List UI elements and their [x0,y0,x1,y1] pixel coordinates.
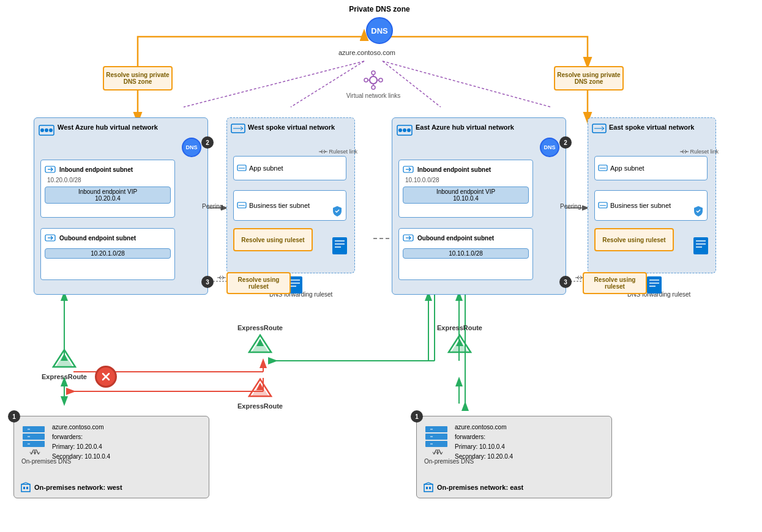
svg-rect-124 [429,487,431,489]
east-hub-inbound-icon [403,164,414,175]
east-spoke-app-subnet: App subnet [594,156,708,180]
east-onprem-forwarder-domain: azure.contoso.com [455,423,513,432]
west-resolve-ruleset-box2: Resolve using ruleset [226,272,291,294]
west-spoke-ruleset-link-label: Ruleset link [319,149,357,155]
east-hub-badge-2: 2 [559,136,572,149]
svg-point-64 [407,128,411,132]
svg-rect-109 [23,487,25,489]
west-resolve-private-dns-box: Resolve using private DNS zone [103,66,173,91]
west-hub-dns-badge: DNS [182,138,201,157]
west-spoke-dns-ruleset-icon [331,236,348,256]
west-hub-badge-2: 2 [201,136,214,149]
east-hub-title: East Azure hub virtual network [416,123,514,131]
vnet-links-label: Virtual network links [340,92,407,99]
svg-point-27 [372,71,375,75]
private-dns-zone-section: Private DNS zone DNS [318,5,441,13]
west-server-stack-icon [21,425,46,456]
east-spoke-app-icon [598,163,608,173]
west-onprem-forwarder-text: forwarders: [52,432,110,442]
west-peering-label: Peering [202,203,223,210]
east-hub-inbound-cidr: 10.10.0.0/28 [405,177,529,183]
east-hub-outbound-subnet: Oubound endpoint subnet 10.10.1.0/28 [398,228,533,280]
svg-point-62 [398,128,402,132]
svg-line-0 [184,61,364,107]
east-spoke-business-subnet: Business tier subnet [594,190,708,221]
east-spoke-ruleset-icon-sm [680,149,689,155]
west-expressroute-section: ExpressRoute [42,349,87,380]
middle-expressroute-top-label: ExpressRoute [237,324,283,331]
dns-icon: DNS [366,17,393,44]
west-spoke-app-label: App subnet [249,164,283,172]
east-onprem-network-label: On-premises network: east [437,484,523,491]
east-hub-network-icon [396,122,413,139]
west-hub-network-icon [38,122,55,139]
east-hub-outbound-label: Oubound endpoint subnet [417,235,494,242]
east-spoke-business-label: Business tier subnet [610,202,671,209]
east-resolve-private-dns-box: Resolve using private DNS zone [554,66,624,91]
west-hub-outbound-icon [45,232,56,243]
east-spoke-shield-icon [693,205,703,216]
west-onprem-primary: Primary: 10.20.0.4 [52,442,110,452]
svg-rect-122 [424,484,433,492]
private-dns-zone-title: Private DNS zone [318,5,441,13]
east-hub-box: East Azure hub virtual network DNS 2 Inb… [392,117,566,295]
svg-point-37 [45,128,48,132]
east-onprem-box: 1 On-premises DNS azure.contoso.com [416,416,612,498]
blocked-x-icon [95,366,117,388]
west-spoke-resolve-ruleset-box: Resolve using ruleset [233,228,313,251]
east-spoke-app-label: App subnet [610,164,644,172]
diagram-container: Private DNS zone DNS azure.contoso.com V… [0,0,762,532]
svg-point-26 [370,76,377,84]
svg-rect-99 [23,426,45,432]
svg-rect-110 [26,487,28,489]
west-hub-title: West Azure hub virtual network [58,123,158,131]
dns-domain-label: azure.contoso.com [338,49,395,56]
west-onprem-network-label-section: On-premises network: west [20,482,122,493]
east-hub-vip-box: Inbound endpoint VIP 10.10.0.4 [403,187,529,204]
west-spoke-box: West spoke virtual network App subnet Bu… [226,117,355,273]
west-spoke-business-icon [237,201,247,210]
west-spoke-shield-icon [332,205,342,216]
svg-point-38 [49,128,53,132]
svg-rect-100 [23,434,45,440]
west-spoke-ruleset-icon-sm [319,149,327,155]
middle-expressroute-top-section: ExpressRoute [237,324,283,357]
x-mark-icon [100,371,111,382]
east-onprem-secondary: Secondary: 10.20.0.4 [455,452,513,462]
west-spoke-title: West spoke virtual network [248,123,335,131]
middle-expressroute-bottom-icon [248,378,272,400]
east-spoke-title: East spoke virtual network [609,123,694,131]
vnet-links-section: Virtual network links [340,70,407,99]
west-hub-inbound-subnet: Inbound endpoint subnet 10.20.0.0/28 Inb… [40,160,175,218]
svg-point-30 [364,78,368,82]
east-resolve-ruleset-box2: Resolve using ruleset [583,272,647,294]
east-hub-inbound-label: Inbound endpoint subnet [417,166,491,173]
west-onprem-network-label: On-premises network: west [34,484,122,491]
svg-rect-123 [426,487,428,489]
east-spoke-icon [592,122,607,136]
east-onprem-primary: Primary: 10.10.0.4 [455,442,513,452]
east-hub-outbound-icon [403,232,414,243]
east-spoke-ruleset-link-label: Ruleset link [680,149,719,155]
vnet-links-icon [364,70,383,90]
svg-point-63 [403,128,406,132]
svg-rect-101 [23,441,45,447]
east-onprem-info: azure.contoso.com forwarders: Primary: 1… [455,423,513,462]
svg-point-36 [40,128,44,132]
west-hub-box: West Azure hub virtual network DNS 2 Inb… [34,117,208,295]
west-outbound-ruleset-icon [217,275,226,281]
west-expressroute-icon [52,349,77,371]
svg-rect-81 [647,276,662,294]
east-expressroute-icon [447,334,472,356]
west-onprem-box: 1 On-premises DNS azure.contoso. [13,416,209,498]
middle-expressroute-top-icon [248,334,272,356]
west-spoke-business-label: Business tier subnet [249,202,310,209]
west-hub-inbound-icon [45,164,56,175]
east-hub-outbound-cidr-box: 10.10.1.0/28 [403,248,529,259]
west-spoke-business-subnet: Business tier subnet [233,190,346,221]
svg-point-29 [372,86,375,89]
west-onprem-info: azure.contoso.com forwarders: Primary: 1… [52,423,110,462]
west-hub-outbound-subnet: Oubound endpoint subnet 10.20.1.0/28 [40,228,175,280]
east-peering-label: Peering [560,203,581,210]
west-onprem-building-icon [20,482,31,493]
